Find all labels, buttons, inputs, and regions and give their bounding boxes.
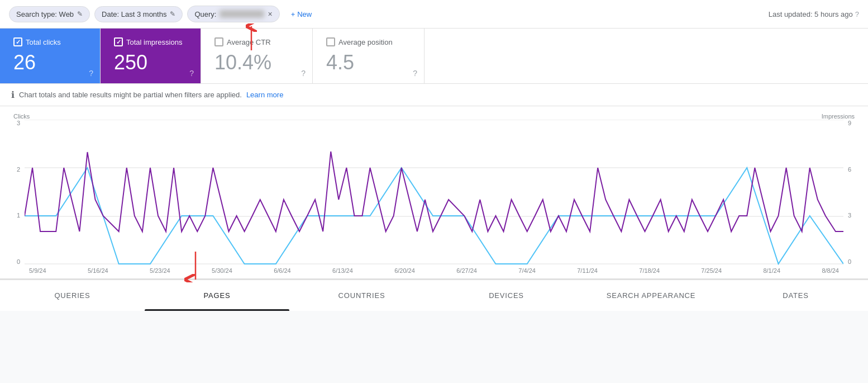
tabs-bar: QUERIES PAGES COUNTRIES DEVICES SEARCH A…	[0, 280, 868, 311]
new-filter-button[interactable]: + New	[284, 7, 319, 22]
last-updated: Last updated: 5 hours ago ?	[769, 10, 859, 18]
chart-wrapper: Clicks Impressions 3 2 1 0 9 6 3	[0, 106, 868, 278]
total-impressions-label: Total impressions	[126, 38, 182, 46]
learn-more-link[interactable]: Learn more	[246, 91, 283, 99]
last-updated-help-icon: ?	[855, 10, 859, 18]
tab-pages[interactable]: PAGES	[145, 280, 289, 311]
tab-search-appearance[interactable]: SEARCH APPEARANCE	[579, 280, 723, 311]
annotation-arrow-up	[235, 23, 268, 53]
total-clicks-help-icon: ?	[89, 69, 93, 78]
line-chart	[25, 120, 843, 265]
date-label: Date: Last 3 months	[102, 10, 166, 18]
query-label: Query:	[194, 10, 216, 18]
info-message: Chart totals and table results might be …	[19, 91, 242, 99]
query-close-icon[interactable]: ×	[268, 10, 272, 18]
tab-countries[interactable]: COUNTRIES	[289, 280, 434, 311]
average-position-checkbox[interactable]	[326, 37, 335, 46]
search-type-filter[interactable]: Search type: Web ✎	[9, 6, 90, 22]
plus-icon: +	[291, 10, 295, 18]
left-axis-label: Clicks	[13, 113, 30, 120]
query-filter[interactable]: Query: ×	[187, 6, 279, 22]
average-ctr-help-icon: ?	[301, 69, 306, 78]
left-y-axis: 3 2 1 0	[13, 120, 25, 265]
average-position-label: Average position	[338, 38, 393, 46]
average-ctr-checkbox[interactable]	[214, 37, 223, 46]
last-updated-text: Last updated: 5 hours ago	[769, 10, 853, 18]
tab-queries[interactable]: QUERIES	[0, 280, 145, 311]
search-type-edit-icon[interactable]: ✎	[77, 10, 83, 18]
x-axis-labels: 5/9/24 5/16/24 5/23/24 5/30/24 6/6/24 6/…	[13, 265, 855, 278]
filter-bar: Search type: Web ✎ Date: Last 3 months ✎…	[0, 0, 868, 29]
total-impressions-value: 250	[114, 51, 187, 74]
total-clicks-value: 26	[13, 51, 87, 74]
right-y-axis: 9 6 3 0	[843, 120, 855, 265]
total-impressions-checkbox[interactable]	[114, 37, 123, 46]
total-clicks-label: Total clicks	[26, 38, 61, 46]
average-position-help-icon: ?	[413, 69, 417, 78]
total-clicks-checkbox[interactable]	[13, 37, 22, 46]
query-value-blurred	[220, 10, 264, 18]
date-edit-icon[interactable]: ✎	[170, 10, 175, 18]
total-clicks-card[interactable]: Total clicks 26 ?	[0, 29, 101, 83]
impressions-line	[25, 152, 843, 231]
tabs-section: QUERIES PAGES COUNTRIES DEVICES SEARCH A…	[0, 278, 868, 311]
tab-devices[interactable]: DEVICES	[434, 280, 579, 311]
total-impressions-card[interactable]: Total impressions 250 ?	[101, 29, 201, 83]
metrics-row: Total clicks 26 ? Total impressions 250 …	[0, 29, 868, 84]
date-filter[interactable]: Date: Last 3 months ✎	[94, 6, 183, 22]
tab-dates[interactable]: DATES	[723, 280, 868, 311]
search-type-label: Search type: Web	[16, 10, 74, 18]
right-axis-label: Impressions	[822, 113, 855, 120]
average-position-card[interactable]: Average position 4.5 ?	[313, 29, 425, 83]
clicks-line	[25, 168, 843, 264]
total-impressions-help-icon: ?	[189, 69, 194, 78]
average-position-value: 4.5	[326, 51, 411, 74]
average-ctr-value: 10.4%	[214, 51, 299, 74]
new-button-label: New	[297, 10, 312, 18]
info-icon: ℹ	[11, 89, 15, 100]
info-bar: ℹ Chart totals and table results might b…	[0, 84, 868, 106]
